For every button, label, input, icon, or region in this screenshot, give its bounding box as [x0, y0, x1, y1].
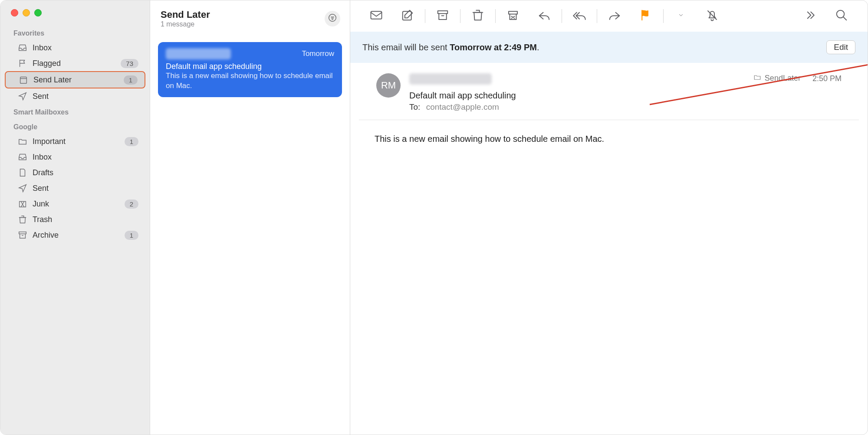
sidebar-item-junk[interactable]: Junk 2	[5, 196, 145, 212]
sidebar-item-count: 1	[124, 75, 138, 85]
zoom-window-button[interactable]	[34, 9, 42, 16]
document-icon	[18, 168, 27, 177]
to-label: To:	[409, 102, 420, 111]
flag-icon	[639, 9, 652, 23]
sidebar: Favorites Inbox Flagged 73 Send Later 1 …	[0, 0, 150, 435]
mail-header: RM Default mail app scheduling To: conta…	[359, 63, 859, 120]
chevrons-right-icon	[804, 9, 817, 23]
message-list-header: Send Later 1 message	[150, 0, 350, 34]
sidebar-item-flagged[interactable]: Flagged 73	[5, 56, 145, 71]
mailbox-subtitle: 1 message	[161, 20, 325, 28]
archive-button[interactable]	[433, 7, 452, 26]
sidebar-item-label: Sent	[33, 184, 138, 193]
delete-button[interactable]	[468, 7, 487, 26]
chevron-down-icon	[678, 12, 684, 20]
sidebar-item-label: Archive	[33, 231, 119, 240]
message-list-pane: Send Later 1 message Tomorrow Default ma…	[150, 0, 350, 435]
filter-icon	[328, 13, 337, 24]
toolbar-separator	[460, 9, 460, 23]
sidebar-item-label: Sent	[33, 92, 138, 101]
message-date: Tomorrow	[302, 49, 334, 58]
sidebar-item-sent[interactable]: Sent	[5, 88, 145, 104]
banner-suffix: .	[537, 43, 539, 52]
mailbox-title: Send Later	[161, 9, 325, 20]
reply-button[interactable]	[535, 7, 554, 26]
reader-pane: This email will be sent Tomorrow at 2:49…	[350, 0, 868, 435]
banner-time: Tomorrow at 2:49 PM	[450, 43, 537, 52]
folder-icon	[753, 73, 761, 83]
section-smart-mailboxes: Smart Mailboxes	[0, 104, 150, 119]
inbox-icon	[18, 43, 27, 52]
junk-icon	[18, 199, 27, 209]
section-google: Google	[0, 119, 150, 134]
edit-button[interactable]: Edit	[826, 40, 855, 54]
sidebar-item-label: Junk	[33, 200, 119, 209]
sidebar-item-archive[interactable]: Archive 1	[5, 227, 145, 243]
svg-rect-3	[371, 11, 382, 19]
mail-time: 2:50 PM	[812, 74, 842, 83]
mute-button[interactable]	[703, 7, 722, 26]
reply-all-icon	[573, 9, 586, 23]
search-button[interactable]	[832, 7, 851, 26]
sidebar-item-count: 1	[125, 231, 138, 240]
sidebar-item-label: Trash	[33, 215, 138, 224]
message-row-selected[interactable]: Tomorrow Default mail app scheduling Thi…	[158, 42, 342, 97]
flag-button[interactable]	[636, 7, 655, 26]
message-subject: Default mail app scheduling	[166, 62, 334, 71]
sidebar-item-google-sent[interactable]: Sent	[5, 180, 145, 196]
sender-name-redacted	[166, 48, 231, 59]
window-controls	[0, 8, 150, 25]
sidebar-item-send-later[interactable]: Send Later 1	[5, 71, 145, 88]
send-later-banner: This email will be sent Tomorrow at 2:49…	[350, 32, 868, 63]
banner-text: This email will be sent Tomorrow at 2:49…	[362, 43, 826, 52]
toolbar	[350, 0, 868, 32]
sidebar-item-label: Flagged	[33, 59, 115, 68]
archive-icon	[436, 9, 449, 23]
more-button[interactable]	[801, 7, 820, 26]
svg-rect-0	[20, 77, 27, 84]
svg-rect-1	[19, 232, 26, 234]
toolbar-separator	[562, 9, 562, 23]
sidebar-item-trash[interactable]: Trash	[5, 212, 145, 227]
banner-prefix: This email will be sent	[362, 43, 450, 52]
compose-button[interactable]	[398, 7, 417, 26]
sidebar-item-label: Important	[33, 137, 119, 146]
toolbar-separator	[663, 9, 664, 23]
folder-icon	[18, 137, 27, 146]
inbox-icon	[18, 152, 27, 162]
mark-read-button[interactable]	[367, 7, 386, 26]
section-favorites: Favorites	[0, 25, 150, 40]
trash-icon	[471, 9, 484, 23]
bell-slash-icon	[706, 9, 719, 23]
reply-icon	[538, 9, 551, 23]
minimize-window-button[interactable]	[23, 9, 30, 16]
flag-menu-button[interactable]	[671, 7, 690, 26]
toolbar-separator	[597, 9, 597, 23]
compose-icon	[401, 9, 414, 23]
sidebar-item-google-inbox[interactable]: Inbox	[5, 149, 145, 165]
mail-subject: Default mail app scheduling	[409, 91, 745, 101]
flag-icon	[18, 59, 27, 68]
mail-body: This is a new email showing how to sched…	[350, 120, 868, 158]
filter-button[interactable]	[325, 11, 340, 26]
message-preview: This is a new email showing how to sched…	[166, 71, 334, 91]
sidebar-item-label: Inbox	[33, 153, 138, 162]
forward-button[interactable]	[605, 7, 624, 26]
junk-button[interactable]	[503, 7, 523, 26]
mail-window: Favorites Inbox Flagged 73 Send Later 1 …	[0, 0, 868, 435]
sidebar-item-inbox[interactable]: Inbox	[5, 40, 145, 56]
trash-icon	[18, 215, 27, 224]
archive-icon	[18, 230, 27, 240]
mail-folder: SendLater	[753, 73, 801, 83]
reply-all-button[interactable]	[570, 7, 589, 26]
to-line: To: contact@apple.com	[409, 102, 745, 112]
mail-folder-label: SendLater	[765, 74, 801, 83]
sidebar-item-count: 2	[125, 200, 138, 209]
close-window-button[interactable]	[11, 9, 18, 16]
from-name-redacted	[409, 73, 492, 85]
sidebar-item-drafts[interactable]: Drafts	[5, 165, 145, 180]
sidebar-item-count: 73	[121, 59, 138, 68]
to-value: contact@apple.com	[426, 102, 499, 111]
envelope-icon	[370, 9, 383, 23]
sidebar-item-important[interactable]: Important 1	[5, 134, 145, 149]
